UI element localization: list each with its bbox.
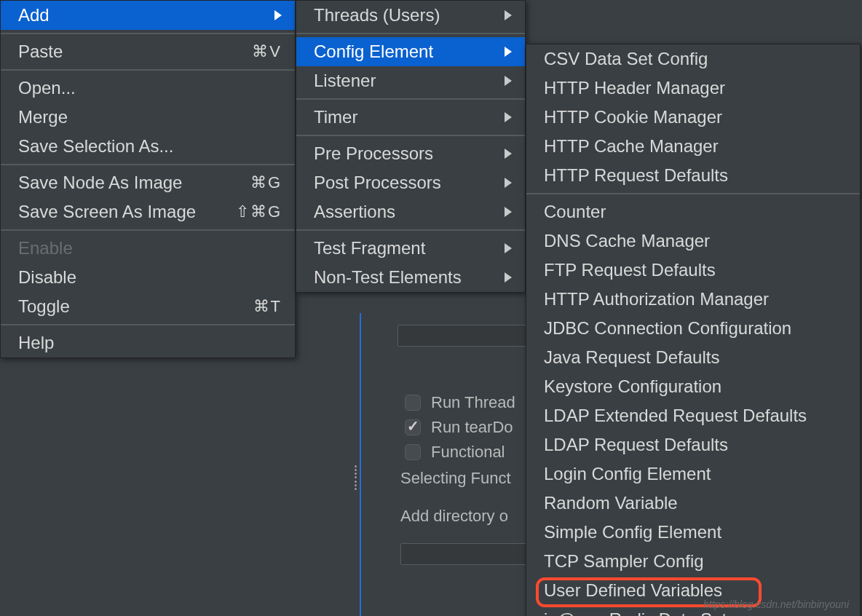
submenu-item-non-test-elements[interactable]: Non-Test Elements [296,263,525,292]
menu-label: Help [18,333,54,353]
submenu-item-post-processors[interactable]: Post Processors [296,168,525,197]
menu-label: HTTP Request Defaults [544,165,728,186]
submenu-item-config-element[interactable]: Config Element [296,37,525,66]
functional-label: Functional [431,443,505,462]
menu-label: Config Element [314,42,433,62]
config-item-simple-config-element[interactable]: Simple Config Element [526,518,860,547]
background-input-1[interactable] [398,325,529,347]
menu-label: JDBC Connection Configuration [544,318,791,339]
config-item-jdbc-connection[interactable]: JDBC Connection Configuration [526,314,860,343]
submenu-add: Threads (Users) Config Element Listener … [296,0,526,293]
menu-item-add[interactable]: Add [1,1,295,30]
menu-separator [1,229,295,231]
shortcut-label: ⌘T [253,297,282,316]
config-item-ldap-request-defaults[interactable]: LDAP Request Defaults [526,430,860,459]
config-item-tcp-sampler-config[interactable]: TCP Sampler Config [526,547,860,576]
menu-label: Test Fragment [314,238,425,258]
menu-label: HTTP Header Manager [544,78,725,98]
watermark-text: https://blog.csdn.net/binbinyouni [703,599,849,610]
menu-label: User Defined Variables [544,580,722,601]
menu-label: Counter [544,202,606,222]
submenu-item-test-fragment[interactable]: Test Fragment [296,234,525,263]
functional-checkbox[interactable] [405,444,421,460]
menu-item-disable[interactable]: Disable [1,263,295,292]
submenu-arrow-icon [505,10,512,20]
config-item-http-authorization-manager[interactable]: HTTP Authorization Manager [526,285,860,314]
submenu-arrow-icon [505,207,512,217]
submenu-arrow-icon [505,178,512,188]
menu-label: HTTP Cache Manager [544,136,719,157]
run-teardown-checkbox[interactable] [405,419,421,435]
config-item-http-request-defaults[interactable]: HTTP Request Defaults [526,161,860,190]
menu-item-enable: Enable [1,234,295,263]
menu-separator [1,69,295,71]
menu-label: jp@gc - Redis Data Set [544,609,727,616]
submenu-arrow-icon [505,149,512,159]
menu-label: Pre Processors [314,143,433,164]
shortcut-label: ⌘V [252,42,282,61]
menu-item-save-screen-image[interactable]: Save Screen As Image ⇧⌘G [1,197,295,226]
config-item-http-cache-manager[interactable]: HTTP Cache Manager [526,132,860,161]
menu-label: HTTP Authorization Manager [544,289,769,309]
menu-label: LDAP Extended Request Defaults [544,406,807,426]
menu-label: Simple Config Element [544,522,721,542]
menu-item-open[interactable]: Open... [1,74,295,103]
menu-label: DNS Cache Manager [544,231,710,251]
menu-separator [296,98,525,100]
config-item-ldap-extended-defaults[interactable]: LDAP Extended Request Defaults [526,401,860,430]
config-item-ftp-request-defaults[interactable]: FTP Request Defaults [526,256,860,285]
config-item-http-header-manager[interactable]: HTTP Header Manager [526,74,860,103]
run-thread-checkbox[interactable] [405,395,421,411]
menu-label: CSV Data Set Config [544,49,708,69]
menu-separator [296,33,525,34]
menu-separator [1,324,295,325]
menu-label: Enable [18,238,73,258]
menu-label: Login Config Element [544,464,711,484]
menu-item-save-selection[interactable]: Save Selection As... [1,132,295,161]
submenu-config-element: CSV Data Set Config HTTP Header Manager … [526,44,861,616]
config-item-csv-data-set[interactable]: CSV Data Set Config [526,44,860,74]
menu-item-help[interactable]: Help [1,328,295,358]
submenu-arrow-icon [505,243,512,253]
submenu-item-listener[interactable]: Listener [296,66,525,95]
menu-item-toggle[interactable]: Toggle ⌘T [1,292,295,321]
submenu-item-pre-processors[interactable]: Pre Processors [296,139,525,168]
context-menu-main: Add Paste ⌘V Open... Merge Save Selectio… [0,0,296,358]
submenu-item-assertions[interactable]: Assertions [296,197,525,226]
config-item-random-variable[interactable]: Random Variable [526,489,860,518]
config-item-http-cookie-manager[interactable]: HTTP Cookie Manager [526,103,860,132]
menu-label: Toggle [18,296,70,317]
run-thread-label: Run Thread [431,393,515,412]
config-item-java-request-defaults[interactable]: Java Request Defaults [526,343,860,372]
menu-label: Save Node As Image [18,173,182,193]
submenu-arrow-icon [505,47,512,57]
menu-label: Save Screen As Image [18,202,196,222]
menu-label: Post Processors [314,173,441,193]
menu-label: FTP Request Defaults [544,260,716,280]
submenu-arrow-icon [274,10,282,20]
background-input-2[interactable] [400,543,531,565]
menu-label: Assertions [314,202,395,222]
config-item-counter[interactable]: Counter [526,197,860,226]
shortcut-label: ⌘G [250,173,282,192]
menu-item-paste[interactable]: Paste ⌘V [1,37,295,66]
menu-item-save-node-image[interactable]: Save Node As Image ⌘G [1,168,295,197]
run-teardown-label: Run tearDo [431,418,513,437]
config-item-keystore-configuration[interactable]: Keystore Configuration [526,372,860,401]
menu-label: Random Variable [544,493,678,513]
menu-label: Merge [18,107,68,127]
menu-label: Keystore Configuration [544,376,721,397]
menu-label: Disable [18,267,76,288]
panel-resize-grip[interactable] [355,465,360,490]
config-item-login-config-element[interactable]: Login Config Element [526,459,860,489]
submenu-item-threads[interactable]: Threads (Users) [296,1,525,30]
submenu-item-timer[interactable]: Timer [296,103,525,132]
menu-label: Threads (Users) [314,5,440,25]
menu-item-merge[interactable]: Merge [1,103,295,132]
menu-separator [526,193,860,194]
menu-label: Non-Test Elements [314,267,462,288]
config-item-dns-cache-manager[interactable]: DNS Cache Manager [526,226,860,256]
menu-separator [1,164,295,165]
menu-label: Open... [18,78,76,98]
submenu-arrow-icon [505,272,512,283]
